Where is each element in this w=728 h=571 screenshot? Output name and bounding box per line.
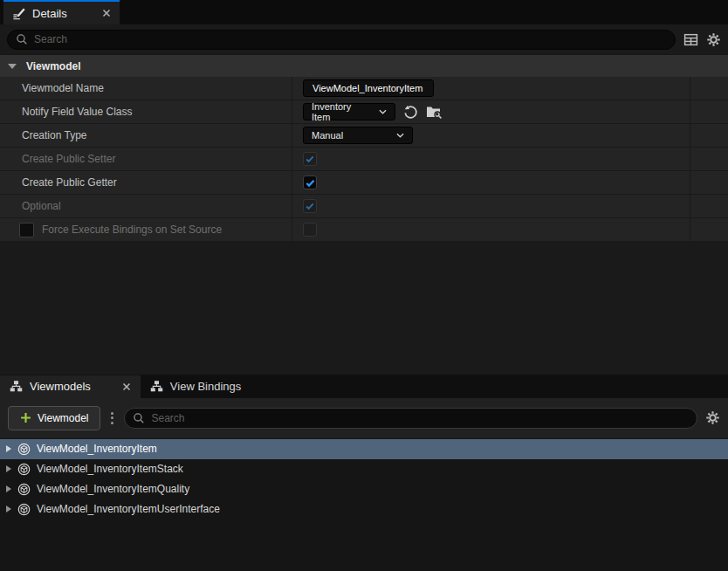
- viewmodel-name: ViewModel_InventoryItemUserInterface: [37, 503, 220, 515]
- tab-viewmodels-label: Viewmodels: [30, 380, 91, 393]
- viewmodel-class-icon: [17, 443, 31, 456]
- row-extra-cell: [690, 171, 728, 194]
- property-row-create-public-setter: Create Public Setter: [0, 148, 728, 171]
- search-icon: [16, 33, 28, 45]
- list-item-viewmodel-inventoryitem[interactable]: ViewModel_InventoryItem: [0, 439, 728, 459]
- combo-value: Manual: [312, 130, 343, 141]
- property-row-notify-field-value-class: Notify Field Value Class Inventory Item: [0, 100, 728, 124]
- row-extra-cell: [690, 100, 728, 123]
- property-row-creation-type: Creation Type Manual: [0, 124, 728, 148]
- viewmodel-name: ViewModel_InventoryItem: [37, 443, 157, 455]
- expand-arrow-icon[interactable]: [6, 465, 11, 472]
- property-label: Force Execute Bindings on Set Source: [42, 224, 222, 236]
- add-viewmodel-label: Viewmodel: [38, 412, 88, 424]
- chevron-down-icon: [379, 109, 387, 114]
- tab-view-bindings[interactable]: View Bindings: [141, 375, 251, 398]
- expand-arrow-icon[interactable]: [6, 485, 11, 492]
- viewmodel-class-icon: [17, 483, 31, 496]
- plus-icon: [20, 412, 31, 423]
- bottom-tabwell: Viewmodels View Bindings: [0, 375, 728, 398]
- close-icon[interactable]: [102, 9, 111, 17]
- search-placeholder: Search: [151, 412, 184, 424]
- creation-type-combo[interactable]: Manual: [303, 127, 413, 144]
- row-extra-cell: [690, 218, 728, 241]
- create-public-setter-checkbox: [303, 152, 317, 166]
- create-public-getter-checkbox[interactable]: [303, 175, 317, 189]
- row-extra-cell: [690, 148, 728, 170]
- viewmodel-name: ViewModel_InventoryItemStack: [37, 463, 183, 475]
- tab-details[interactable]: Details: [3, 0, 120, 24]
- options-menu-icon[interactable]: [108, 412, 116, 424]
- row-extra-cell: [690, 124, 728, 147]
- list-item-viewmodel-inventoryitemquality[interactable]: ViewModel_InventoryItemQuality: [0, 479, 728, 499]
- chevron-down-icon: [396, 133, 404, 138]
- details-empty-area: [0, 242, 728, 375]
- settings-gear-icon[interactable]: [705, 410, 720, 425]
- view-bindings-tab-icon: [150, 380, 163, 393]
- unreal-editor-window: Details Search Viewmodel Viewmodel Name …: [0, 0, 728, 571]
- category-header-viewmodel[interactable]: Viewmodel: [0, 54, 728, 77]
- browse-to-asset-icon[interactable]: [426, 105, 443, 119]
- category-label: Viewmodel: [26, 60, 80, 72]
- tab-view-bindings-label: View Bindings: [170, 380, 241, 393]
- list-item-viewmodel-inventoryitemstack[interactable]: ViewModel_InventoryItemStack: [0, 459, 728, 479]
- notify-field-value-class-combo[interactable]: Inventory Item: [303, 103, 395, 120]
- property-label: Create Public Getter: [0, 171, 292, 194]
- details-icon: [12, 7, 25, 20]
- tab-viewmodels[interactable]: Viewmodels: [0, 375, 141, 398]
- viewmodel-class-icon: [17, 463, 31, 476]
- details-search-input[interactable]: Search: [7, 30, 676, 50]
- property-label: Notify Field Value Class: [0, 100, 292, 123]
- details-tabwell: Details: [0, 0, 728, 24]
- viewmodel-name: ViewModel_InventoryItemQuality: [37, 483, 189, 495]
- optional-checkbox: [303, 199, 317, 213]
- chevron-down-icon: [8, 64, 17, 69]
- use-selected-asset-icon[interactable]: [403, 105, 418, 120]
- row-extra-cell: [690, 195, 728, 217]
- property-label: Optional: [0, 195, 292, 217]
- viewmodel-name-input[interactable]: ViewModel_InventoryItem: [303, 79, 434, 97]
- viewmodel-list: ViewModel_InventoryItem ViewModel_Invent…: [0, 438, 728, 571]
- tab-details-label: Details: [32, 7, 67, 20]
- combo-value: Inventory Item: [312, 101, 368, 122]
- viewmodels-search-input[interactable]: Search: [124, 408, 697, 429]
- details-search-row: Search: [0, 24, 728, 54]
- property-row-create-public-getter: Create Public Getter: [0, 171, 728, 195]
- settings-gear-icon[interactable]: [706, 32, 721, 47]
- edit-condition-checkbox[interactable]: [19, 223, 34, 237]
- property-matrix-icon[interactable]: [683, 32, 698, 47]
- expand-arrow-icon[interactable]: [6, 506, 11, 513]
- property-label: Create Public Setter: [0, 148, 292, 170]
- row-extra-cell: [690, 77, 728, 100]
- property-row-viewmodel-name: Viewmodel Name ViewModel_InventoryItem: [0, 77, 728, 100]
- viewmodels-tab-icon: [10, 380, 23, 393]
- search-icon: [133, 412, 145, 424]
- property-label: Viewmodel Name: [0, 77, 292, 100]
- viewmodels-toolbar: Viewmodel Search: [0, 398, 728, 438]
- force-execute-bindings-checkbox: [303, 223, 317, 237]
- add-viewmodel-button[interactable]: Viewmodel: [8, 406, 100, 430]
- viewmodel-class-icon: [17, 503, 31, 516]
- property-label: Creation Type: [0, 124, 292, 147]
- list-item-viewmodel-inventoryitemuserinterface[interactable]: ViewModel_InventoryItemUserInterface: [0, 499, 728, 519]
- close-icon[interactable]: [122, 382, 131, 391]
- expand-arrow-icon[interactable]: [6, 445, 11, 452]
- property-row-optional: Optional: [0, 195, 728, 218]
- search-placeholder: Search: [34, 33, 67, 45]
- property-row-force-execute-bindings: Force Execute Bindings on Set Source: [0, 218, 728, 242]
